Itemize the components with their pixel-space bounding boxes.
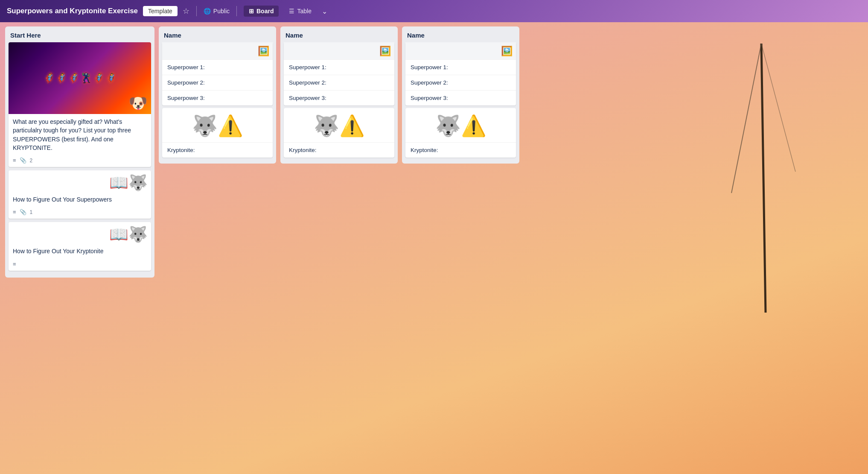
- lines-icon3: ≡: [13, 261, 16, 267]
- avengers-card-text: What are you especially gifted at? What'…: [13, 117, 147, 152]
- name2-sp2: Superpower 2:: [284, 75, 394, 90]
- attachment-icon2: 📎: [20, 209, 26, 215]
- name1-card-img: 🖼️: [162, 42, 273, 59]
- board-title: Superpowers and Kryptonite Exercise: [7, 7, 138, 15]
- board-icon: ⊞: [249, 8, 254, 15]
- name2-kryptonite-card[interactable]: 🐺⚠️ Kryptonite:: [284, 108, 394, 158]
- table-icon: ☰: [289, 8, 294, 15]
- kryptonite-card-title: How to Figure Out Your Kryptonite: [13, 247, 147, 255]
- name3-kryptonite-card[interactable]: 🐺⚠️ Kryptonite:: [405, 108, 516, 158]
- board-button[interactable]: ⊞ Board: [244, 6, 279, 17]
- image-icon-3: 🖼️: [501, 46, 513, 57]
- superpowers-card-title: How to Figure Out Your Superpowers: [13, 195, 147, 204]
- name2-sp1: Superpower 1:: [284, 59, 394, 75]
- svg-line-2: [761, 44, 795, 172]
- column-name-1-title: Name: [162, 30, 273, 42]
- avengers-card-body: What are you especially gifted at? What'…: [9, 114, 151, 155]
- column-name-3: Name 🖼️ Superpower 1: Superpower 2: Supe…: [402, 26, 519, 164]
- name1-sp3: Superpower 3:: [162, 90, 273, 105]
- dog-crown-emoji: 🐶: [128, 94, 148, 112]
- column-start-here: Start Here 🦸🦸‍♀️🦸‍♂️🦹🦸🦸‍♀️ 🐶 What are yo…: [5, 26, 154, 278]
- board-area: Start Here 🦸🦸‍♀️🦸‍♂️🦹🦸🦸‍♀️ 🐶 What are yo…: [0, 22, 868, 474]
- divider2: [236, 6, 237, 16]
- template-button[interactable]: Template: [143, 6, 178, 16]
- superpowers-card-emoji: 📖🐺: [9, 170, 151, 192]
- name2-kryptonite-label: Kryptonite:: [284, 142, 394, 158]
- name1-superpower-card[interactable]: 🖼️ Superpower 1: Superpower 2: Superpowe…: [162, 42, 273, 105]
- attachment-icon: 📎: [20, 157, 26, 164]
- name3-sp1: Superpower 1:: [405, 59, 516, 75]
- avengers-card[interactable]: 🦸🦸‍♀️🦸‍♂️🦹🦸🦸‍♀️ 🐶 What are you especiall…: [9, 42, 151, 167]
- name3-kryptonite-label: Kryptonite:: [405, 142, 516, 158]
- column-name-1: Name 🖼️ Superpower 1: Superpower 2: Supe…: [159, 26, 276, 164]
- name3-sp3: Superpower 3:: [405, 90, 516, 105]
- board-label: Board: [256, 8, 274, 15]
- avengers-card-footer: ≡ 📎 2: [9, 155, 151, 167]
- lines-icon: ≡: [13, 157, 16, 164]
- kryptonite-card-emoji: 📖🐺: [9, 222, 151, 243]
- name2-sp3: Superpower 3:: [284, 90, 394, 105]
- name1-kryptonite-label: Kryptonite:: [162, 142, 273, 158]
- expand-button[interactable]: ⌄: [322, 7, 327, 15]
- superpowers-card-footer: ≡ 📎 1: [9, 207, 151, 219]
- star-icon[interactable]: ☆: [183, 6, 189, 16]
- name1-sp1: Superpower 1:: [162, 59, 273, 75]
- name3-sp2: Superpower 2:: [405, 75, 516, 90]
- app-header: Superpowers and Kryptonite Exercise Temp…: [0, 0, 868, 22]
- name3-card-img: 🖼️: [405, 42, 516, 59]
- kryptonite-card-footer: ≡: [9, 259, 151, 271]
- name1-kryptonite-emoji: 🐺⚠️: [162, 108, 273, 142]
- image-icon-1: 🖼️: [258, 46, 269, 57]
- divider: [196, 6, 197, 16]
- svg-line-0: [761, 44, 766, 313]
- column-name-3-title: Name: [405, 30, 516, 42]
- public-label: Public: [213, 8, 230, 15]
- sailboat-decoration: [697, 22, 825, 321]
- table-button[interactable]: ☰ Table: [284, 6, 316, 17]
- globe-icon: 🌐: [204, 8, 211, 15]
- name1-kryptonite-card[interactable]: 🐺⚠️ Kryptonite:: [162, 108, 273, 158]
- name2-superpower-card[interactable]: 🖼️ Superpower 1: Superpower 2: Superpowe…: [284, 42, 394, 105]
- column-name-2: Name 🖼️ Superpower 1: Superpower 2: Supe…: [280, 26, 398, 164]
- attachment-count: 2: [30, 158, 33, 164]
- public-button[interactable]: 🌐 Public: [204, 8, 230, 15]
- name3-superpower-card[interactable]: 🖼️ Superpower 1: Superpower 2: Superpowe…: [405, 42, 516, 105]
- name1-sp2: Superpower 2:: [162, 75, 273, 90]
- kryptonite-card[interactable]: 📖🐺 How to Figure Out Your Kryptonite ≡: [9, 222, 151, 270]
- attachment-count2: 1: [30, 209, 33, 215]
- avengers-figures: 🦸🦸‍♀️🦸‍♂️🦹🦸🦸‍♀️: [43, 73, 117, 84]
- lines-icon2: ≡: [13, 209, 16, 215]
- table-label: Table: [297, 8, 311, 15]
- superpowers-card[interactable]: 📖🐺 How to Figure Out Your Superpowers ≡ …: [9, 170, 151, 219]
- image-icon-2: 🖼️: [379, 46, 391, 57]
- name2-kryptonite-emoji: 🐺⚠️: [284, 108, 394, 142]
- superpowers-card-body: How to Figure Out Your Superpowers: [9, 192, 151, 207]
- svg-line-1: [731, 44, 761, 193]
- name3-kryptonite-emoji: 🐺⚠️: [405, 108, 516, 142]
- column-name-2-title: Name: [284, 30, 394, 42]
- column-start-here-title: Start Here: [9, 30, 151, 42]
- avengers-image: 🦸🦸‍♀️🦸‍♂️🦹🦸🦸‍♀️ 🐶: [9, 42, 151, 114]
- name2-card-img: 🖼️: [284, 42, 394, 59]
- kryptonite-card-body: How to Figure Out Your Kryptonite: [9, 243, 151, 259]
